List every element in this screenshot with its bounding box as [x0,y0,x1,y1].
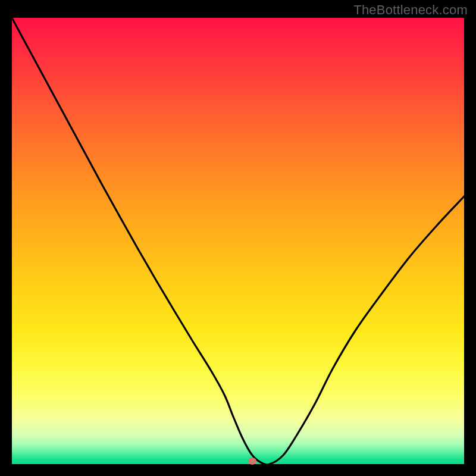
chart-frame: TheBottleneck.com [0,0,476,476]
watermark-label: TheBottleneck.com [353,2,468,18]
plot-area [12,18,464,464]
optimal-point-marker [248,458,256,465]
bottleneck-curve [12,18,464,465]
curve-layer [12,18,464,464]
